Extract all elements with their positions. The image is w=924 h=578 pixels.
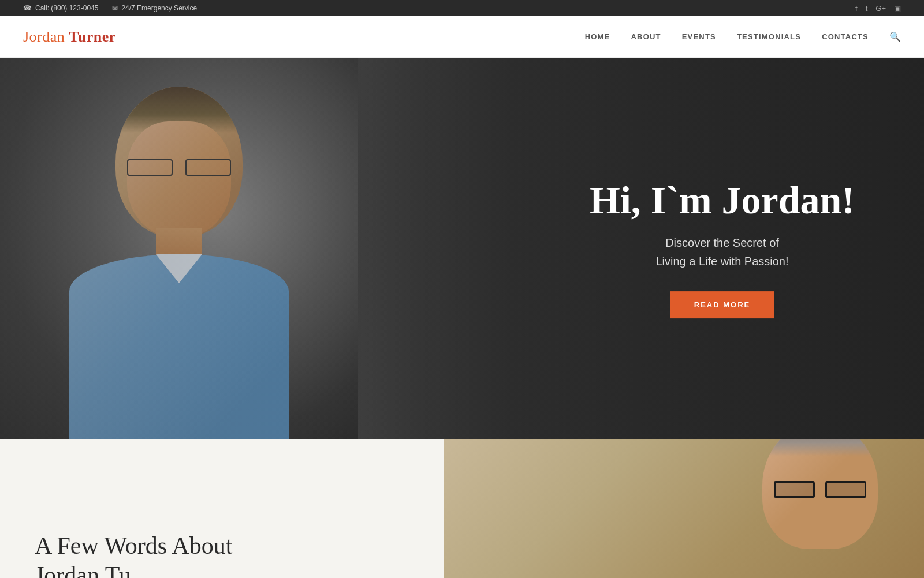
phone-item: ☎ Call: (800) 123-0045 [23, 4, 98, 12]
nav-testimonials[interactable]: TESTIMONIALS [737, 32, 801, 41]
googleplus-icon[interactable]: G+ [875, 4, 886, 13]
about-section: A Few Words About Jordan Tu... [0, 439, 444, 578]
instagram-icon[interactable]: ▣ [894, 4, 901, 13]
below-hero: A Few Words About Jordan Tu... [0, 439, 924, 578]
search-icon[interactable]: 🔍 [889, 31, 901, 42]
twitter-icon[interactable]: t [866, 4, 868, 13]
hero-section: Hi, I`m Jordan! Discover the Secret of L… [0, 58, 924, 439]
email-icon: ✉ [112, 4, 118, 12]
about-title: A Few Words About Jordan Tu... [35, 531, 409, 578]
phone-icon: ☎ [23, 4, 32, 12]
logo[interactable]: Jordan Turner [23, 28, 116, 46]
second-person-head [762, 439, 878, 549]
facebook-icon[interactable]: f [855, 4, 858, 13]
phone-label: Call: (800) 123-0045 [35, 4, 98, 12]
social-links: f t G+ ▣ [855, 4, 901, 13]
logo-last-name: Turner [69, 28, 116, 45]
hero-title: Hi, I`m Jordan! [590, 179, 855, 222]
email-item: ✉ 24/7 Emergency Service [112, 4, 197, 12]
logo-first-name: Jordan [23, 28, 65, 45]
about-image [444, 439, 924, 578]
second-person-figure [444, 439, 924, 578]
read-more-button[interactable]: READ MORE [670, 291, 774, 318]
main-nav: HOME ABOUT EVENTS TESTIMONIALS CONTACTS … [585, 31, 901, 42]
hero-content: Hi, I`m Jordan! Discover the Secret of L… [590, 179, 855, 318]
nav-about[interactable]: ABOUT [631, 32, 661, 41]
topbar: ☎ Call: (800) 123-0045 ✉ 24/7 Emergency … [0, 0, 924, 16]
nav-contacts[interactable]: CONTACTS [822, 32, 869, 41]
hero-subtitle: Discover the Secret of Living a Life wit… [590, 234, 855, 271]
topbar-left: ☎ Call: (800) 123-0045 ✉ 24/7 Emergency … [23, 4, 197, 12]
second-person-glasses [771, 480, 869, 497]
header: Jordan Turner HOME ABOUT EVENTS TESTIMON… [0, 16, 924, 58]
second-person-hair [762, 439, 878, 457]
email-label: 24/7 Emergency Service [121, 4, 197, 12]
nav-home[interactable]: HOME [585, 32, 610, 41]
nav-events[interactable]: EVENTS [682, 32, 716, 41]
